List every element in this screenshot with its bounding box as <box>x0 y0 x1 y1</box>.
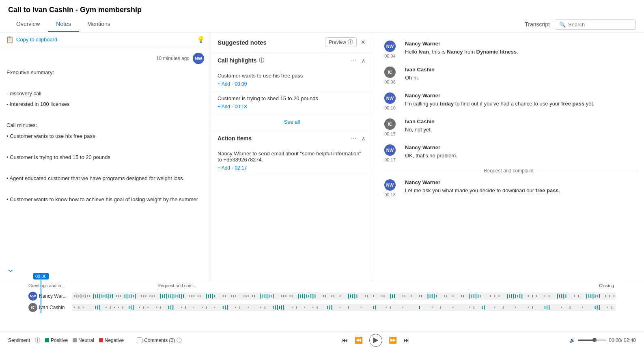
action-items-title: Action items <box>218 135 252 142</box>
svg-rect-110 <box>430 295 431 298</box>
svg-rect-36 <box>166 294 167 299</box>
svg-rect-24 <box>131 294 131 298</box>
svg-rect-122 <box>476 294 476 299</box>
copy-icon: 📋 <box>6 36 14 43</box>
svg-rect-38 <box>170 294 171 298</box>
svg-rect-27 <box>141 295 142 297</box>
neutral-label: Neutral <box>78 338 94 343</box>
svg-rect-124 <box>480 295 480 297</box>
highlights-header: Call highlights <box>211 52 373 69</box>
svg-rect-65 <box>261 294 261 299</box>
svg-rect-148 <box>586 294 587 299</box>
svg-rect-195 <box>275 305 276 310</box>
add-action-1-button[interactable]: + Add · 02:17 <box>218 165 366 171</box>
volume-slider[interactable] <box>578 340 606 341</box>
action-items-collapse-button[interactable] <box>361 135 366 142</box>
playhead: 00:00 <box>41 280 41 313</box>
speech-text-6: Let me ask you what made you decide to d… <box>405 187 638 195</box>
comments-checkbox[interactable] <box>137 338 142 343</box>
svg-rect-207 <box>332 305 332 310</box>
svg-rect-130 <box>511 294 512 298</box>
svg-rect-13 <box>103 295 104 297</box>
svg-rect-152 <box>595 295 596 298</box>
svg-rect-43 <box>181 294 182 299</box>
svg-rect-57 <box>231 295 232 297</box>
chevron-down-icon[interactable] <box>6 267 15 276</box>
svg-rect-0 <box>74 295 75 297</box>
sentiment-neutral: Neutral <box>73 338 94 343</box>
timeline-sections: Greetings and in... Request and com... C… <box>28 280 616 289</box>
svg-rect-238 <box>607 307 608 308</box>
svg-rect-63 <box>252 295 253 297</box>
svg-rect-182 <box>194 307 194 308</box>
copy-to-clipboard-button[interactable]: 📋 Copy to clipboard <box>6 36 57 43</box>
svg-rect-221 <box>474 306 474 309</box>
track-bar-ic[interactable] <box>72 304 616 311</box>
svg-rect-54 <box>214 295 215 297</box>
svg-rect-113 <box>436 295 437 297</box>
volume-icon[interactable]: 🔊 <box>569 338 575 343</box>
svg-rect-92 <box>350 295 351 298</box>
svg-rect-19 <box>118 295 119 297</box>
close-suggested-button[interactable] <box>360 38 366 46</box>
svg-rect-126 <box>494 295 495 297</box>
svg-rect-21 <box>125 294 125 298</box>
svg-rect-14 <box>106 294 106 298</box>
highlights-collapse-button[interactable] <box>361 57 366 64</box>
transcript-entry-5: NW 00:17 Nancy Warner OK, that's no prob… <box>373 140 644 166</box>
svg-rect-76 <box>292 295 293 297</box>
svg-rect-145 <box>565 295 566 298</box>
play-button[interactable] <box>369 334 382 347</box>
svg-rect-142 <box>559 295 560 298</box>
search-box[interactable]: 🔍 <box>555 19 636 30</box>
add-highlight-2-button[interactable]: + Add · 00:18 <box>218 104 366 110</box>
svg-rect-225 <box>503 306 504 309</box>
svg-rect-103 <box>394 294 395 298</box>
svg-rect-104 <box>403 295 403 297</box>
transcript-entry-3: NW 00:10 Nancy Warner I'm calling you to… <box>373 88 644 114</box>
search-input[interactable] <box>568 21 631 28</box>
svg-rect-213 <box>386 307 387 308</box>
svg-rect-196 <box>277 305 278 310</box>
add-highlight-1-button[interactable]: + Add · 00:00 <box>218 81 366 87</box>
svg-rect-10 <box>97 294 98 298</box>
skip-to-end-button[interactable]: ⏭ <box>403 337 410 344</box>
see-all-button[interactable]: See all <box>211 114 373 130</box>
svg-rect-137 <box>532 295 533 297</box>
sentiment-info-icon <box>35 337 40 344</box>
svg-rect-150 <box>590 294 591 298</box>
avatar-ic-1: IC <box>384 67 396 78</box>
svg-rect-143 <box>561 294 562 298</box>
track-bar-nw[interactable] <box>72 292 616 300</box>
tab-overview[interactable]: Overview <box>8 17 48 32</box>
transcript-entry-4: IC 00:15 Ivan Cashin No, not yet. <box>373 114 644 140</box>
rewind-button[interactable]: ⏪ <box>355 336 363 344</box>
add-label-1: + Add <box>218 81 230 87</box>
sentiment-label: Sentiment <box>8 338 30 343</box>
svg-rect-153 <box>597 295 598 297</box>
svg-rect-167 <box>118 307 119 308</box>
svg-rect-23 <box>129 295 129 298</box>
tab-notes[interactable]: Notes <box>48 17 79 32</box>
svg-rect-37 <box>168 295 169 298</box>
svg-rect-215 <box>403 307 403 308</box>
svg-rect-79 <box>302 294 303 298</box>
svg-rect-46 <box>192 295 192 297</box>
svg-rect-211 <box>373 306 374 309</box>
volume-handle[interactable] <box>592 338 597 342</box>
tab-mentions[interactable]: Mentions <box>79 17 118 32</box>
skip-to-start-button[interactable]: ⏮ <box>342 337 348 344</box>
speech-text-1: Hello Ivan, this is Nancy from Dynamic f… <box>405 48 638 56</box>
highlights-more-button[interactable] <box>350 56 358 64</box>
fast-forward-button[interactable]: ⏩ <box>389 336 397 344</box>
speech-text-4: No, not yet. <box>405 126 638 134</box>
preview-badge[interactable]: Preview <box>325 37 357 47</box>
action-items-more-button[interactable] <box>350 134 358 142</box>
track-avatar-nw: NW <box>28 292 37 301</box>
svg-rect-169 <box>129 306 129 309</box>
notes-text[interactable]: Executive summary: - discovery call - In… <box>6 68 204 204</box>
svg-rect-170 <box>131 305 131 310</box>
bulb-icon[interactable]: 💡 <box>197 36 205 43</box>
svg-rect-227 <box>528 307 529 308</box>
avatar-nw-1: NW <box>384 41 396 52</box>
